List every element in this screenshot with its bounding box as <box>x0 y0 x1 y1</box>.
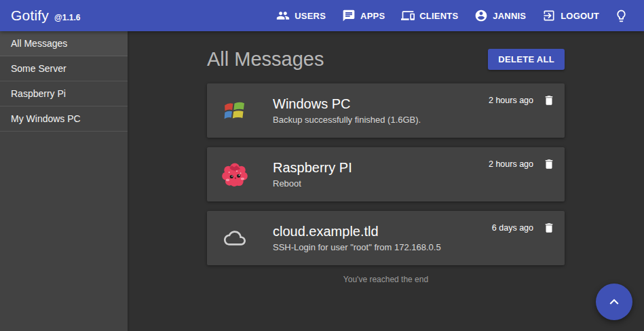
message-timestamp: 6 days ago <box>492 222 533 234</box>
page-title: All Messages <box>207 48 324 71</box>
sidebar-item-label: My Windows PC <box>11 113 81 124</box>
sidebar-item-my-windows-pc[interactable]: My Windows PC <box>0 106 128 132</box>
clients-icon <box>401 9 415 22</box>
brand-version: @1.1.6 <box>54 13 80 22</box>
nav-users-button[interactable]: USERS <box>268 3 334 28</box>
nav-clients-button[interactable]: CLIENTS <box>393 3 466 28</box>
message-card: cloud.example.tld SSH-Login for user "ro… <box>207 211 565 265</box>
delete-message-button[interactable] <box>543 158 555 170</box>
message-title: cloud.example.tld <box>273 224 492 239</box>
trash-icon <box>543 94 555 106</box>
brand-name: Gotify <box>11 7 49 24</box>
chevron-up-icon <box>605 293 623 311</box>
delete-all-button[interactable]: DELETE ALL <box>488 49 565 70</box>
brand: Gotify @1.1.6 <box>11 7 80 24</box>
logout-icon <box>542 9 556 22</box>
nav-logout-label: LOGOUT <box>561 11 599 21</box>
message-text: cloud.example.tld SSH-Login for user "ro… <box>273 224 492 252</box>
message-timestamp: 2 hours ago <box>489 94 533 106</box>
delete-message-button[interactable] <box>543 94 555 106</box>
delete-message-button[interactable] <box>543 222 555 234</box>
nav-apps-button[interactable]: APPS <box>334 3 393 28</box>
account-icon <box>474 9 488 22</box>
nav-users-label: USERS <box>295 11 326 21</box>
trash-icon <box>543 158 555 170</box>
nav-clients-label: CLIENTS <box>419 11 458 21</box>
nav-logout-button[interactable]: LOGOUT <box>534 3 607 28</box>
sidebar-item-raspberry-pi[interactable]: Raspberry Pi <box>0 81 128 106</box>
apps-icon <box>342 9 356 22</box>
theme-toggle-button[interactable] <box>607 2 634 29</box>
app-bar: Gotify @1.1.6 USERS APPS CLIENTS JANNIS … <box>0 0 644 31</box>
sidebar-item-all-messages[interactable]: All Messages <box>0 31 128 56</box>
sidebar-item-label: Some Server <box>11 63 67 74</box>
message-text: Windows PC Backup successfully finished … <box>273 96 489 125</box>
message-body: Backup successfully finished (1.6GB). <box>273 115 489 125</box>
nav-username-label: JANNIS <box>493 11 526 21</box>
sidebar-item-some-server[interactable]: Some Server <box>0 56 128 81</box>
message-body: SSH-Login for user "root" from 172.168.0… <box>273 242 492 252</box>
end-of-list-text: You've reached the end <box>207 275 565 284</box>
message-timestamp: 2 hours ago <box>489 158 533 170</box>
message-body: Reboot <box>273 178 489 189</box>
main-content: All Messages DELETE ALL Windows PC Backu… <box>128 31 644 331</box>
trash-icon <box>543 222 555 234</box>
scroll-to-top-button[interactable] <box>596 284 632 320</box>
message-text: Raspberry PI Reboot <box>273 160 489 189</box>
message-card: Raspberry PI Reboot 2 hours ago <box>207 147 565 201</box>
windows-logo-icon <box>221 96 249 125</box>
sidebar: All Messages Some Server Raspberry Pi My… <box>0 31 128 331</box>
cloud-icon <box>221 224 249 252</box>
nav-user-menu-button[interactable]: JANNIS <box>466 3 534 28</box>
message-title: Windows PC <box>273 96 489 112</box>
lightbulb-icon <box>614 9 628 23</box>
sidebar-item-label: Raspberry Pi <box>11 88 66 99</box>
message-title: Raspberry PI <box>273 160 489 176</box>
sidebar-item-label: All Messages <box>11 38 67 49</box>
nav-apps-label: APPS <box>360 11 385 21</box>
users-icon <box>276 9 290 22</box>
raspberry-logo-icon <box>221 160 249 189</box>
message-card: Windows PC Backup successfully finished … <box>207 83 565 138</box>
